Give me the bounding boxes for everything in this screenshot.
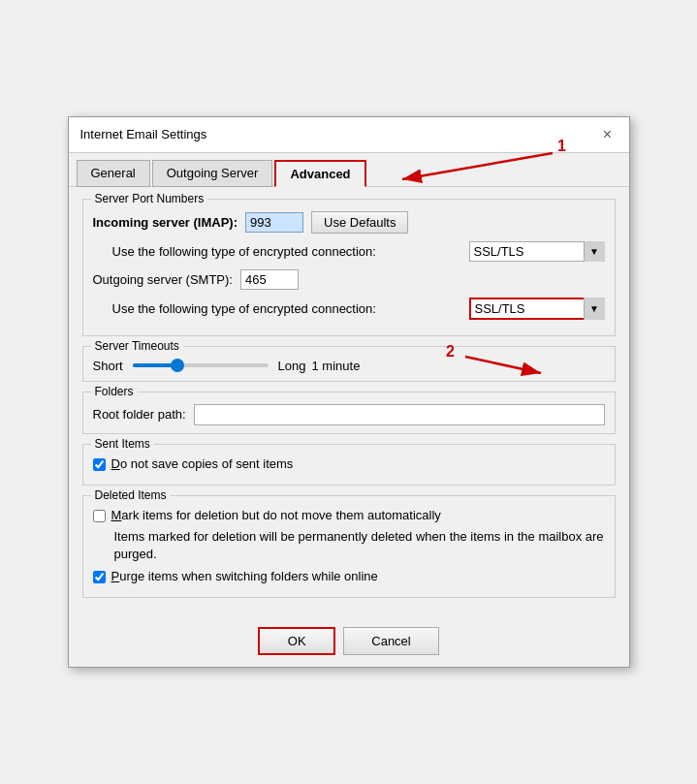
encrypt-row-2: Use the following type of encrypted conn… — [93, 298, 605, 320]
timeout-slider-track — [133, 363, 269, 367]
slider-thumb[interactable] — [171, 359, 184, 372]
outgoing-row: Outgoing server (SMTP): — [93, 269, 605, 290]
incoming-input[interactable] — [245, 212, 303, 233]
title-bar: Internet Email Settings × — [69, 117, 629, 153]
encrypt-label-1: Use the following type of encrypted conn… — [112, 244, 461, 259]
timeout-value: 1 minute — [312, 359, 361, 373]
long-label: Long — [278, 359, 306, 373]
folders-title: Folders — [91, 385, 138, 398]
root-folder-label: Root folder path: — [93, 407, 186, 422]
short-label: Short — [93, 359, 123, 373]
mark-deletion-row: Mark items for deletion but do not move … — [93, 508, 605, 522]
purge-items-row: Purge items when switching folders while… — [93, 569, 605, 583]
encrypt-row-1: Use the following type of encrypted conn… — [93, 241, 605, 262]
folders-section: Folders Root folder path: — [82, 392, 616, 434]
deleted-items-title: Deleted Items — [91, 488, 171, 502]
close-button[interactable]: × — [598, 125, 618, 144]
tab-general[interactable]: General — [77, 160, 150, 187]
timeout-slider-row: Short Long 1 minute — [93, 359, 605, 373]
timeouts-title: Server Timeouts — [91, 339, 183, 353]
mark-deletion-label: Mark items for deletion but do not move … — [111, 508, 441, 522]
encrypt-select-2[interactable]: SSL/TLS None STARTTLS Auto — [469, 298, 605, 320]
incoming-label: Incoming server (IMAP): — [93, 215, 238, 230]
sent-items-section: Sent Items Do not save copies of sent it… — [82, 444, 616, 486]
outgoing-input[interactable] — [240, 269, 299, 290]
purge-items-label: Purge items when switching folders while… — [111, 569, 378, 583]
server-port-title: Server Port Numbers — [91, 192, 208, 205]
dialog-footer: OK Cancel — [69, 619, 629, 667]
outgoing-label: Outgoing server (SMTP): — [93, 272, 234, 287]
use-defaults-button[interactable]: Use Defaults — [311, 211, 408, 234]
dialog-title: Internet Email Settings — [80, 127, 207, 141]
encrypt-select-wrapper-2: SSL/TLS None STARTTLS Auto ▼ — [469, 298, 605, 320]
mark-deletion-checkbox[interactable] — [93, 510, 106, 522]
slider-fill — [133, 363, 174, 367]
encrypt-label-2: Use the following type of encrypted conn… — [112, 301, 461, 316]
ok-button[interactable]: OK — [258, 627, 335, 655]
timeouts-section: Server Timeouts Short Long 1 minute — [82, 346, 616, 382]
cancel-button[interactable]: Cancel — [343, 627, 438, 655]
encrypt-select-1[interactable]: SSL/TLS None STARTTLS Auto — [469, 241, 605, 262]
server-port-section: Server Port Numbers Incoming server (IMA… — [82, 199, 616, 336]
tab-bar: General Outgoing Server Advanced — [69, 153, 629, 187]
incoming-row: Incoming server (IMAP): Use Defaults — [93, 211, 605, 234]
tab-content: Server Port Numbers Incoming server (IMA… — [69, 187, 629, 619]
purge-items-checkbox[interactable] — [93, 571, 106, 583]
do-not-save-checkbox[interactable] — [93, 458, 106, 471]
deleted-items-section: Deleted Items Mark items for deletion bu… — [82, 495, 616, 598]
root-folder-row: Root folder path: — [93, 404, 605, 425]
tab-advanced[interactable]: Advanced — [274, 160, 365, 187]
deletion-info-text: Items marked for deletion will be perman… — [114, 528, 605, 563]
tab-outgoing-server[interactable]: Outgoing Server — [152, 160, 273, 187]
sent-items-title: Sent Items — [91, 437, 154, 451]
do-not-save-label: Do not save copies of sent items — [111, 456, 294, 471]
sent-checkbox-row: Do not save copies of sent items — [93, 456, 605, 471]
root-folder-input[interactable] — [194, 404, 605, 425]
encrypt-select-wrapper-1: SSL/TLS None STARTTLS Auto ▼ — [469, 241, 605, 262]
dialog: Internet Email Settings × General Outgoi… — [68, 116, 630, 668]
